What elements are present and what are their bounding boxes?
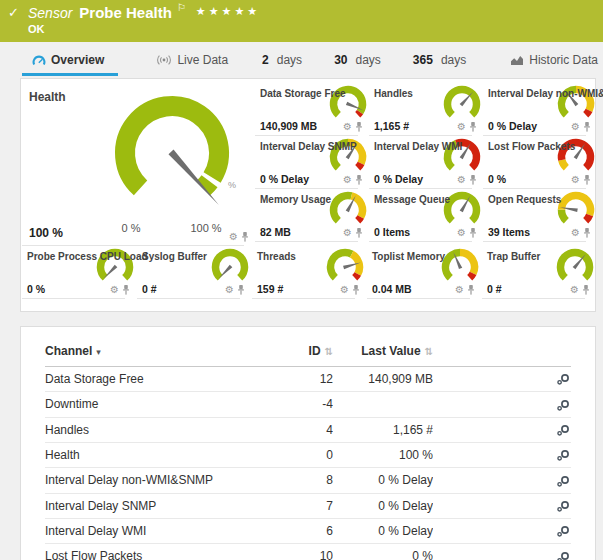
- gauge-settings-gear-icon[interactable]: ⚙: [343, 122, 352, 132]
- tab-historic-data[interactable]: Historic Data: [510, 47, 598, 73]
- tab-2-days[interactable]: 2days: [262, 47, 302, 73]
- gauge-pin-icon[interactable]: [469, 175, 477, 185]
- gauge-settings-gear-icon[interactable]: ⚙: [225, 285, 234, 295]
- gauge-cell-handles[interactable]: Handles 1,165 # ⚙: [368, 83, 482, 136]
- channel-settings-gears-icon[interactable]: [556, 525, 571, 538]
- gauge-settings-gear-icon[interactable]: ⚙: [340, 285, 349, 295]
- gauge-title: Health: [29, 90, 66, 104]
- memory-usage-gauge: [326, 189, 370, 231]
- gauge-title: Toplist Memory: [372, 251, 445, 262]
- channel-last-value: 100 %: [333, 442, 433, 467]
- channel-id: 8: [285, 468, 333, 493]
- gauge-pin-icon[interactable]: [583, 122, 591, 132]
- gauge-pin-icon[interactable]: [122, 285, 130, 295]
- gauge-settings-gear-icon[interactable]: ⚙: [571, 228, 580, 238]
- gauge-settings-gear-icon[interactable]: ⚙: [455, 285, 464, 295]
- gauge-cell-message-queue[interactable]: Message Queue 0 Items ⚙: [368, 189, 482, 242]
- flag-icon[interactable]: ⚐: [177, 2, 186, 13]
- gauge-pin-icon[interactable]: [241, 232, 249, 242]
- status-ok-check-icon: ✓: [8, 5, 19, 20]
- channel-last-value: 0 % Delay: [333, 493, 433, 518]
- column-header-last-value[interactable]: Last Value⇅: [333, 337, 433, 367]
- object-kind-label: Sensor: [28, 4, 72, 22]
- gauge-pin-icon[interactable]: [352, 285, 360, 295]
- gauge-cell-syslog-buffer[interactable]: Syslog Buffer 0 # ⚙: [136, 246, 250, 299]
- gauge-pin-icon[interactable]: [355, 228, 363, 238]
- gauge-pin-icon[interactable]: [469, 228, 477, 238]
- gauge-settings-gear-icon[interactable]: ⚙: [457, 228, 466, 238]
- gauge-settings-gear-icon[interactable]: ⚙: [571, 122, 580, 132]
- gauge-cell-probe-process-cpu-load[interactable]: Probe Process CPU Load 0 % ⚙: [21, 246, 135, 299]
- channel-table: Channel▾ ID⇅ Last Value⇅ Data Storage Fr…: [45, 337, 571, 560]
- channel-settings-gears-icon[interactable]: [556, 424, 571, 437]
- channel-settings-gears-icon[interactable]: [556, 373, 571, 386]
- table-row: Data Storage Free 12 140,909 MB: [45, 367, 571, 392]
- tab-label: Historic Data: [529, 53, 598, 67]
- gauge-cell-open-requests[interactable]: Open Requests 39 Items ⚙: [482, 189, 596, 242]
- gauge-scale-min: 0 %: [109, 222, 153, 234]
- channel-name: Lost Flow Packets: [45, 544, 285, 560]
- gauge-value: 0 % Delay: [488, 120, 537, 132]
- gauge-cell-interval-delay-snmp[interactable]: Interval Delay SNMP 0 % Delay ⚙: [254, 136, 368, 189]
- gauge-pin-icon[interactable]: [583, 228, 591, 238]
- gauge-title: Interval Delay WMI: [374, 141, 462, 152]
- gauge-settings-gear-icon[interactable]: ⚙: [343, 228, 352, 238]
- gauge-settings-gear-icon[interactable]: ⚙: [343, 175, 352, 185]
- gauge-cell-data-storage-free[interactable]: Data Storage Free 140,909 MB ⚙: [254, 83, 368, 136]
- channel-last-value: 140,909 MB: [333, 367, 433, 392]
- gauge-settings-gear-icon[interactable]: ⚙: [229, 232, 238, 242]
- gauge-title: Lost Flow Packets: [488, 141, 575, 152]
- tab-label-strong: 365: [413, 53, 433, 67]
- channel-settings-gears-icon[interactable]: [556, 399, 571, 412]
- tab-365-days[interactable]: 365days: [413, 47, 466, 73]
- gauge-pin-icon[interactable]: [582, 285, 590, 295]
- channel-settings-gears-icon[interactable]: [556, 449, 571, 462]
- column-label: Channel: [45, 344, 92, 358]
- column-header-channel[interactable]: Channel▾: [45, 337, 285, 367]
- channel-settings-gears-icon[interactable]: [556, 551, 571, 560]
- gauge-pin-icon[interactable]: [237, 285, 245, 295]
- gauge-cell-interval-delay-non-wmi-snmp[interactable]: Interval Delay non-WMI&SNMP 0 % Delay ⚙: [482, 83, 596, 136]
- gauge-pin-icon[interactable]: [583, 175, 591, 185]
- overview-gauge-icon: [32, 54, 46, 66]
- gauge-pin-icon[interactable]: [355, 122, 363, 132]
- sort-icon: ⇅: [325, 346, 333, 357]
- tab-30-days[interactable]: 30days: [334, 47, 381, 73]
- channel-id: 6: [285, 518, 333, 543]
- gauge-value: 0 % Delay: [260, 173, 309, 185]
- gauge-title: Message Queue: [374, 194, 450, 205]
- priority-stars[interactable]: ★★★★★: [196, 5, 260, 18]
- channel-last-value: 0 % Delay: [333, 468, 433, 493]
- gauge-value: 0 #: [487, 283, 502, 295]
- gauge-cell-toplist-memory[interactable]: Toplist Memory 0.04 MB ⚙: [366, 246, 480, 299]
- gauge-settings-gear-icon[interactable]: ⚙: [571, 175, 580, 185]
- channel-settings-gears-icon[interactable]: [556, 475, 571, 488]
- gauge-scale-max: 100 %: [184, 222, 228, 234]
- gauge-settings-gear-icon[interactable]: ⚙: [570, 285, 579, 295]
- gauge-cell-memory-usage[interactable]: Memory Usage 82 MB ⚙: [254, 189, 368, 242]
- table-row: Interval Delay SNMP 7 0 % Delay: [45, 493, 571, 518]
- tab-live-data[interactable]: Live Data: [156, 47, 228, 73]
- gauge-settings-gear-icon[interactable]: ⚙: [457, 122, 466, 132]
- channel-name: Downtime: [45, 392, 285, 417]
- channel-settings-gears-icon[interactable]: [556, 500, 571, 513]
- gauge-pin-icon[interactable]: [469, 122, 477, 132]
- gauge-cell-health[interactable]: Health 0 % 100 % % 100 % ⚙: [21, 83, 254, 246]
- column-header-id[interactable]: ID⇅: [285, 337, 333, 367]
- channel-last-value: 0 % Delay: [333, 518, 433, 543]
- tab-overview[interactable]: Overview: [32, 47, 104, 73]
- gauge-cell-interval-delay-wmi[interactable]: Interval Delay WMI 0 % Delay ⚙: [368, 136, 482, 189]
- gauge-cell-lost-flow-packets[interactable]: Lost Flow Packets 0 % ⚙: [482, 136, 596, 189]
- channels-panel: Channel▾ ID⇅ Last Value⇅ Data Storage Fr…: [20, 326, 596, 560]
- gauge-settings-gear-icon[interactable]: ⚙: [110, 285, 119, 295]
- channel-name: Interval Delay non-WMI&SNMP: [45, 468, 285, 493]
- gauge-cell-trap-buffer[interactable]: Trap Buffer 0 # ⚙: [481, 246, 595, 299]
- gauge-pin-icon[interactable]: [355, 175, 363, 185]
- gauges-panel: Health 0 % 100 % % 100 % ⚙ Data Storage …: [20, 78, 596, 312]
- gauge-settings-gear-icon[interactable]: ⚙: [457, 175, 466, 185]
- gauge-pin-icon[interactable]: [467, 285, 475, 295]
- handles-gauge: [440, 83, 484, 125]
- trap-buffer-gauge: [553, 246, 597, 288]
- channel-name: Handles: [45, 417, 285, 442]
- gauge-cell-threads[interactable]: Threads 159 # ⚙: [251, 246, 365, 299]
